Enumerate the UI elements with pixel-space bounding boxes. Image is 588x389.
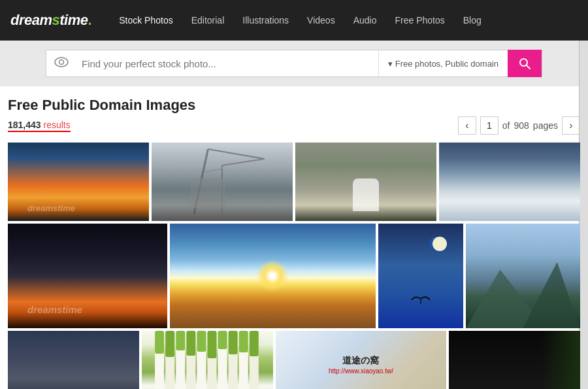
image-dark-landscape[interactable] <box>8 331 139 389</box>
nav-item-illustrations[interactable]: Illustrations <box>233 0 298 41</box>
nav-item-editorial[interactable]: Editorial <box>182 0 234 41</box>
image-darksky[interactable]: dreamstime <box>8 224 167 328</box>
image-row-1: dreamstime <box>8 143 580 221</box>
nav-item-audio[interactable]: Audio <box>344 0 386 41</box>
filter-arrow: ▾ <box>388 59 393 69</box>
nav-item-blog[interactable]: Blog <box>454 0 491 41</box>
svg-point-0 <box>55 58 68 67</box>
image-beach[interactable] <box>170 224 375 328</box>
image-sunset[interactable]: dreamstime <box>8 143 149 221</box>
results-label: results <box>44 120 71 130</box>
search-input[interactable] <box>76 50 378 76</box>
pagination-current-page: 1 <box>480 116 498 135</box>
logo-text-s: s <box>52 12 60 28</box>
scrollbar[interactable] <box>579 0 588 389</box>
svg-line-3 <box>527 65 530 69</box>
search-filter-dropdown[interactable]: ▾ Free photos, Public domain <box>378 50 508 76</box>
svg-rect-23 <box>155 331 164 354</box>
nav-item-videos[interactable]: Videos <box>298 0 344 41</box>
logo-text-time: time <box>59 12 88 28</box>
filter-label: Free photos, Public domain <box>395 59 498 69</box>
search-bar: ▾ Free photos, Public domain <box>0 41 588 86</box>
image-dark-right[interactable] <box>449 331 580 389</box>
svg-rect-32 <box>250 331 259 356</box>
pagination-next[interactable]: › <box>562 116 580 135</box>
image-crane[interactable] <box>152 143 293 221</box>
search-inner: ▾ Free photos, Public domain <box>46 50 542 77</box>
svg-line-5 <box>208 149 264 159</box>
logo-text-dream: dream <box>10 12 52 28</box>
header: dreamstime. Stock Photos Editorial Illus… <box>0 0 588 41</box>
main-content: Free Public Domain Images 181,443 result… <box>0 86 588 389</box>
chinese-watermark-text: 道途の窩 http://www.xiaoyao.tw/ <box>329 354 393 377</box>
image-ocean[interactable] <box>439 143 580 221</box>
logo[interactable]: dreamstime. <box>10 12 91 29</box>
image-row-3: 道途の窩 http://www.xiaoyao.tw/ <box>8 331 580 389</box>
image-row-2: dreamstime <box>8 224 580 328</box>
svg-point-1 <box>59 59 64 64</box>
image-horse[interactable] <box>295 143 436 221</box>
eye-icon <box>46 57 76 71</box>
image-grid: dreamstime <box>8 143 580 389</box>
page-title: Free Public Domain Images <box>8 97 580 114</box>
logo-dot: . <box>88 12 92 28</box>
image-leeks[interactable] <box>142 331 273 389</box>
svg-line-8 <box>204 169 222 172</box>
results-count: 181,443 results <box>8 120 71 132</box>
image-moon[interactable] <box>378 224 464 328</box>
svg-rect-9 <box>190 178 225 208</box>
results-row: 181,443 results ‹ 1 of 908 pages › <box>8 116 580 135</box>
pagination-total: 908 <box>514 120 529 131</box>
svg-marker-12 <box>523 262 580 328</box>
results-number: 181,443 <box>8 120 41 130</box>
nav-item-free-photos[interactable]: Free Photos <box>385 0 453 41</box>
results-underline <box>8 131 71 132</box>
svg-rect-28 <box>207 331 216 358</box>
watermark-darksky: dreamstime <box>27 304 82 315</box>
image-mountain[interactable] <box>466 224 580 328</box>
nav-item-stock-photos[interactable]: Stock Photos <box>110 0 182 41</box>
pagination-pages-label: pages <box>533 120 558 131</box>
svg-rect-30 <box>229 331 238 354</box>
watermark-1: dreamstime <box>27 203 75 213</box>
svg-rect-26 <box>186 331 195 356</box>
svg-rect-31 <box>239 331 248 352</box>
svg-rect-25 <box>176 331 185 350</box>
svg-rect-27 <box>197 331 206 352</box>
moon-shape <box>433 237 447 251</box>
pagination: ‹ 1 of 908 pages › <box>458 116 580 135</box>
svg-rect-29 <box>218 331 227 349</box>
svg-rect-24 <box>165 331 174 357</box>
search-button[interactable] <box>508 50 542 77</box>
image-chinese-site[interactable]: 道途の窩 http://www.xiaoyao.tw/ <box>276 331 446 389</box>
svg-line-7 <box>222 159 265 165</box>
pagination-of: of <box>502 120 510 131</box>
nav: Stock Photos Editorial Illustrations Vid… <box>110 0 491 41</box>
pagination-prev[interactable]: ‹ <box>458 116 476 135</box>
